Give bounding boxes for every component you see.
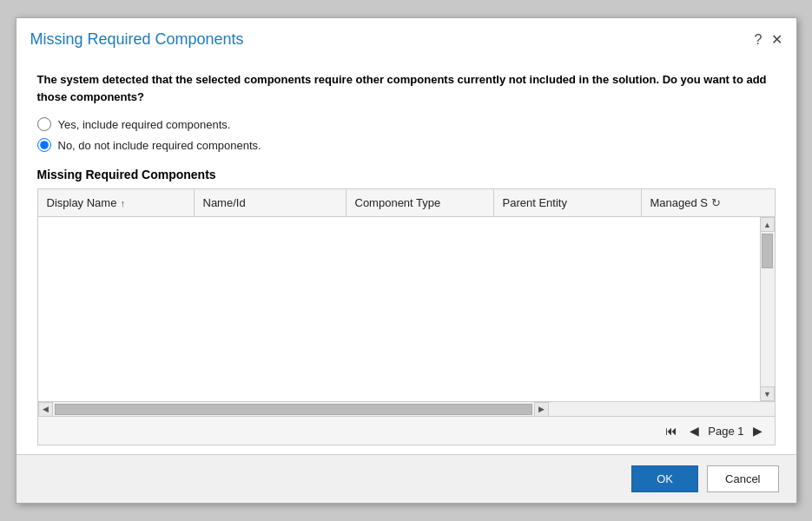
grid-header: Display Name ↑ Name/Id Component Type Pa… [38, 189, 775, 217]
no-label: No, do not include required components. [58, 139, 261, 152]
horizontal-scrollbar[interactable]: ◀ ▶ [38, 401, 775, 416]
radio-group: Yes, include required components. No, do… [37, 117, 776, 152]
yes-radio[interactable] [37, 117, 51, 131]
first-page-button[interactable]: ⏮ [662, 422, 681, 439]
next-page-button[interactable]: ▶ [749, 422, 766, 439]
ok-button[interactable]: OK [631, 465, 698, 492]
sort-icon[interactable]: ↑ [120, 198, 125, 208]
col-header-managed-s: Managed S ↻ [642, 189, 730, 216]
scroll-thumb[interactable] [762, 234, 773, 268]
header-icons: ? ✕ [755, 31, 782, 48]
dialog-footer: OK Cancel [17, 454, 796, 503]
h-scroll-thumb[interactable] [55, 404, 532, 415]
dialog-header: Missing Required Components ? ✕ [17, 18, 796, 57]
refresh-icon[interactable]: ↻ [711, 196, 721, 209]
col-header-parent-entity: Parent Entity [494, 189, 642, 216]
missing-components-dialog: Missing Required Components ? ✕ The syst… [16, 17, 797, 504]
col-header-display-name: Display Name ↑ [38, 189, 195, 216]
no-radio[interactable] [37, 138, 51, 152]
description-text: The system detected that the selected co… [37, 71, 776, 105]
yes-label: Yes, include required components. [58, 118, 231, 131]
section-title: Missing Required Components [37, 168, 776, 181]
dialog-title: Missing Required Components [30, 30, 244, 49]
grid-body[interactable] [38, 217, 775, 401]
col-header-component-type: Component Type [347, 189, 494, 216]
yes-option[interactable]: Yes, include required components. [37, 117, 776, 131]
h-scroll-right-arrow[interactable]: ▶ [534, 402, 549, 417]
col-display-name-label: Display Name [47, 196, 117, 209]
cancel-button[interactable]: Cancel [707, 465, 778, 492]
pagination-bar: ⏮ ◀ Page 1 ▶ [38, 416, 775, 445]
no-option[interactable]: No, do not include required components. [37, 138, 776, 152]
grid-body-inner [38, 217, 775, 269]
scroll-up-arrow[interactable]: ▲ [760, 217, 775, 232]
data-grid: Display Name ↑ Name/Id Component Type Pa… [37, 188, 776, 445]
h-scroll-left-arrow[interactable]: ◀ [38, 402, 53, 417]
close-icon[interactable]: ✕ [771, 31, 782, 48]
dialog-content: The system detected that the selected co… [17, 57, 796, 454]
page-label: Page 1 [708, 425, 743, 438]
scroll-down-arrow[interactable]: ▼ [760, 386, 775, 401]
col-managed-s-label: Managed S [650, 196, 709, 209]
help-icon[interactable]: ? [755, 32, 762, 48]
col-header-name-id: Name/Id [195, 189, 347, 216]
col-parent-entity-label: Parent Entity [503, 196, 567, 209]
col-name-id-label: Name/Id [203, 196, 246, 209]
col-component-type-label: Component Type [355, 196, 441, 209]
vertical-scrollbar[interactable]: ▲ ▼ [760, 217, 775, 401]
prev-page-button[interactable]: ◀ [686, 422, 703, 439]
